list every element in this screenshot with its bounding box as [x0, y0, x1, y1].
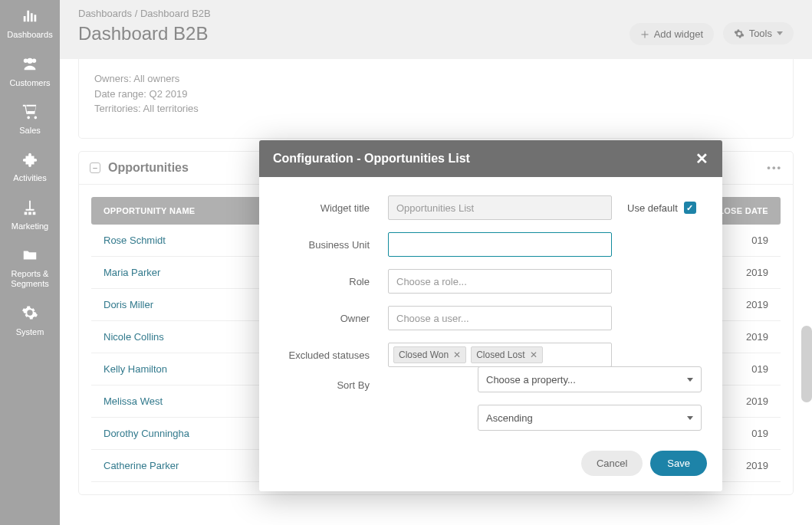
- breadcrumb-parent[interactable]: Dashboards: [78, 8, 132, 19]
- add-widget-button[interactable]: Add widget: [630, 23, 714, 45]
- filter-owners: Owners: All owners: [79, 71, 793, 87]
- save-button[interactable]: Save: [650, 451, 707, 476]
- sidebar-item-label: Sales: [19, 126, 41, 136]
- modal-title: Configuration - Opportunities List: [273, 152, 470, 166]
- chevron-down-icon: [687, 416, 693, 420]
- sidebar-item-marketing[interactable]: Marketing: [0, 192, 60, 239]
- label-sort-by: Sort By: [275, 379, 388, 391]
- use-default-checkbox[interactable]: [684, 202, 696, 214]
- tag-closed-won: Closed Won✕: [393, 346, 466, 363]
- widget-menu-button[interactable]: •••: [767, 162, 782, 173]
- folder-icon: [21, 247, 38, 266]
- topbar: Dashboards / Dashboard B2B Dashboard B2B…: [60, 0, 812, 59]
- modal-header: Configuration - Opportunities List ✕: [259, 140, 722, 177]
- label-business-unit: Business Unit: [275, 239, 388, 251]
- widget-title-input[interactable]: [388, 195, 612, 220]
- plus-icon: [640, 30, 649, 39]
- tag-closed-lost: Closed Lost✕: [471, 346, 542, 363]
- sidebar: Dashboards Customers Sales Activities Ma…: [0, 0, 60, 525]
- page-title: Dashboard B2B: [78, 23, 208, 44]
- remove-tag-icon[interactable]: ✕: [453, 349, 461, 360]
- cart-icon: [21, 103, 38, 123]
- owner-input[interactable]: [388, 306, 612, 330]
- chart-icon: [21, 8, 38, 27]
- label-role: Role: [275, 276, 388, 287]
- sidebar-item-label: Marketing: [12, 221, 48, 231]
- remove-tag-icon[interactable]: ✕: [530, 349, 537, 360]
- sidebar-item-customers[interactable]: Customers: [0, 48, 60, 95]
- business-unit-input[interactable]: [388, 232, 612, 257]
- breadcrumb-current: Dashboard B2B: [140, 8, 211, 19]
- cancel-button[interactable]: Cancel: [581, 451, 643, 476]
- tree-icon: [21, 199, 38, 218]
- label-widget-title: Widget title: [275, 202, 388, 214]
- filters-summary: Owners: All owners Date range: Q2 2019 T…: [78, 59, 794, 139]
- gear-icon: [734, 28, 745, 39]
- role-input[interactable]: [388, 269, 612, 294]
- collapse-icon[interactable]: –: [90, 162, 100, 173]
- sidebar-item-label: System: [16, 327, 44, 337]
- sidebar-item-label: Dashboards: [7, 30, 52, 40]
- sidebar-item-dashboards[interactable]: Dashboards: [0, 0, 60, 48]
- sidebar-item-sales[interactable]: Sales: [0, 96, 60, 143]
- tools-button[interactable]: Tools: [723, 22, 794, 44]
- label-excluded: Excluded statuses: [275, 349, 388, 361]
- chevron-down-icon: [687, 378, 693, 382]
- filter-territories: Territories: All territories: [79, 101, 793, 116]
- label-use-default: Use default: [627, 202, 678, 214]
- sidebar-item-activities[interactable]: Activities: [0, 143, 60, 191]
- config-modal: Configuration - Opportunities List ✕ Wid…: [259, 140, 722, 491]
- sort-direction-select[interactable]: Ascending: [478, 405, 702, 431]
- users-icon: [21, 55, 38, 74]
- excluded-statuses-tagbox[interactable]: Closed Won✕ Closed Lost✕: [388, 343, 612, 367]
- sidebar-item-reports[interactable]: Reports & Segments: [0, 239, 60, 297]
- chevron-down-icon: [777, 31, 783, 35]
- sidebar-item-label: Reports & Segments: [3, 269, 57, 289]
- sidebar-item-label: Activities: [13, 173, 46, 183]
- gear-icon: [21, 304, 38, 323]
- filter-dates: Date range: Q2 2019: [79, 87, 793, 102]
- label-owner: Owner: [275, 313, 388, 324]
- breadcrumb[interactable]: Dashboards / Dashboard B2B: [78, 8, 794, 19]
- content-area: Dashboards / Dashboard B2B Dashboard B2B…: [60, 0, 812, 525]
- puzzle-icon: [21, 151, 38, 170]
- sidebar-item-system[interactable]: System: [0, 297, 60, 344]
- scrollbar-thumb[interactable]: [801, 326, 812, 402]
- sort-property-select[interactable]: Choose a property...: [478, 366, 702, 392]
- close-icon[interactable]: ✕: [695, 151, 708, 166]
- sidebar-item-label: Customers: [9, 78, 50, 88]
